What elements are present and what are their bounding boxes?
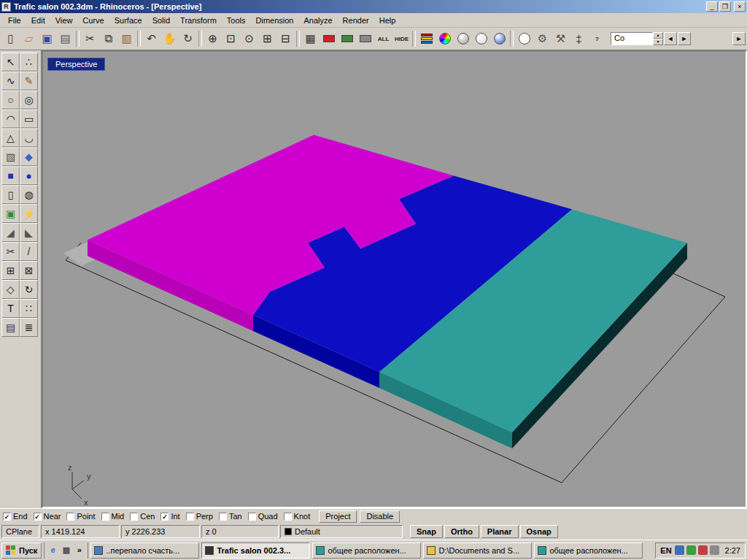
rectangle-button[interactable]: ▭ <box>20 109 38 128</box>
undo-button[interactable]: ↶ <box>142 30 160 48</box>
surface-button[interactable]: ▧ <box>1 147 20 166</box>
disable-button[interactable]: Disable <box>360 510 400 523</box>
osnap-quad-checkbox[interactable] <box>248 513 256 521</box>
close-button[interactable]: × <box>734 1 746 12</box>
open-button[interactable]: ▱ <box>20 30 38 48</box>
point-button[interactable]: ∴ <box>20 52 38 71</box>
toggle-ortho[interactable]: Ortho <box>444 525 479 538</box>
task-perepalo[interactable]: ..перепало счасть... <box>90 542 199 559</box>
osnap-knot-checkbox[interactable] <box>284 513 292 521</box>
zoom-selected-button[interactable]: ⊙ <box>240 30 258 48</box>
extrude-button[interactable]: ▣ <box>1 204 20 223</box>
menu-solid[interactable]: Solid <box>147 15 175 26</box>
toggle-snap[interactable]: Snap <box>410 525 443 538</box>
osnap-tan[interactable]: Tan <box>219 512 242 521</box>
task-obschee-1[interactable]: общее расположен... <box>312 542 421 559</box>
task-documents[interactable]: D:\Documents and S... <box>423 542 532 559</box>
render-preview-button[interactable] <box>320 30 338 48</box>
layers-dialog-button[interactable] <box>417 30 436 48</box>
osnap-perp-checkbox[interactable] <box>186 513 194 521</box>
osnap-near[interactable]: ✓Near <box>34 512 61 521</box>
box-solid-button[interactable]: ■ <box>1 166 20 185</box>
toggle-osnap[interactable]: Osnap <box>520 525 558 538</box>
ellipse-button[interactable]: ◎ <box>20 90 38 109</box>
osnap-perp[interactable]: Perp <box>186 512 213 521</box>
start-button[interactable]: Пуск <box>1 542 42 559</box>
tray-updater[interactable] <box>698 545 708 555</box>
osnap-quad[interactable]: Quad <box>248 512 278 521</box>
spin-up-button[interactable]: ▲ <box>653 32 663 39</box>
arc-button[interactable]: ◠ <box>1 109 20 128</box>
rotate-view-button[interactable]: ↻ <box>179 30 197 48</box>
tray-antivirus[interactable] <box>686 545 696 555</box>
sketch-pencil-button[interactable]: ✎ <box>20 71 38 90</box>
tray-display[interactable] <box>675 545 684 555</box>
zoom-previous-button[interactable]: ⊟ <box>276 30 295 48</box>
perspective-viewport[interactable]: Perspective zyx <box>42 50 747 508</box>
osnap-int[interactable]: ✓Int <box>160 512 179 521</box>
menu-tools[interactable]: Tools <box>222 15 251 26</box>
explode-button[interactable]: ⚡ <box>20 204 38 223</box>
transform-button[interactable]: ◇ <box>1 280 20 299</box>
polygon-button[interactable]: △ <box>1 128 20 147</box>
zoom-window-button[interactable]: ⊡ <box>222 30 240 48</box>
project-button[interactable]: Project <box>319 510 357 523</box>
new-button[interactable]: ▯ <box>1 30 20 48</box>
osnap-point-checkbox[interactable] <box>66 513 74 521</box>
paste-button[interactable]: ▥ <box>117 30 136 48</box>
split-button[interactable]: / <box>20 242 38 261</box>
save-button[interactable]: ▣ <box>38 30 56 48</box>
sphere-solid-button[interactable]: ● <box>20 166 38 185</box>
cut-button[interactable]: ✂ <box>81 30 99 48</box>
toolbar-overflow-button[interactable]: ► <box>732 32 746 45</box>
menu-view[interactable]: View <box>50 15 78 26</box>
layer-state-button[interactable] <box>338 30 356 48</box>
color-wheel-button[interactable] <box>436 30 454 48</box>
visibility-button[interactable] <box>356 30 374 48</box>
viewport-layout-button[interactable]: ▦ <box>301 30 320 48</box>
hatch-button[interactable]: ▤ <box>1 318 20 337</box>
fillet-button[interactable]: ◢ <box>1 223 20 242</box>
menu-edit[interactable]: Edit <box>26 15 50 26</box>
viewport-title-tab[interactable]: Perspective <box>47 58 105 71</box>
menu-transform[interactable]: Transform <box>175 15 222 26</box>
osnap-tan-checkbox[interactable] <box>219 513 227 521</box>
toggle-planar[interactable]: Planar <box>481 525 519 538</box>
render-scene-button[interactable] <box>490 30 508 48</box>
zoom-dynamic-button[interactable]: ⊕ <box>204 30 222 48</box>
osnap-end-checkbox[interactable]: ✓ <box>3 513 11 521</box>
quick-launch-chevron[interactable]: » <box>74 545 85 556</box>
zoom-extents-button[interactable]: ⊞ <box>258 30 276 48</box>
pointer-button[interactable]: ↖ <box>1 52 20 71</box>
measure-caliper-button[interactable]: ‡ <box>570 30 588 48</box>
osnap-mid-checkbox[interactable] <box>101 513 109 521</box>
osnap-knot[interactable]: Knot <box>284 512 311 521</box>
osnap-near-checkbox[interactable]: ✓ <box>34 513 42 521</box>
tools-hammer-button[interactable]: ⚒ <box>551 30 570 48</box>
loft-button[interactable]: ◆ <box>20 147 38 166</box>
menu-dimension[interactable]: Dimension <box>251 15 299 26</box>
task-rhino[interactable]: Trafic salon 002.3... <box>201 542 310 559</box>
torus-button[interactable]: ◍ <box>20 185 38 204</box>
array-button[interactable]: ⊞ <box>1 261 20 280</box>
menu-help[interactable]: Help <box>374 15 401 26</box>
options-gears-button[interactable]: ⚙ <box>533 30 551 48</box>
text-button[interactable]: T <box>1 299 20 318</box>
show-all-button[interactable]: ALL <box>374 30 392 48</box>
osnap-end[interactable]: ✓End <box>3 512 28 521</box>
menu-render[interactable]: Render <box>338 15 374 26</box>
osnap-point[interactable]: Point <box>66 512 95 521</box>
rotate-button[interactable]: ↻ <box>20 280 38 299</box>
restore-button[interactable]: ❐ <box>719 1 731 12</box>
shaded-viewport-button[interactable] <box>454 30 472 48</box>
hide-button[interactable]: HIDE <box>392 30 411 48</box>
layout-button[interactable]: ≣ <box>20 318 38 337</box>
osnap-cen[interactable]: Cen <box>130 512 155 521</box>
quicklaunch-desktop[interactable]: ▦ <box>61 545 71 556</box>
trim-button[interactable]: ✂ <box>1 242 20 261</box>
viewport-canvas[interactable]: zyx <box>43 52 746 507</box>
copy-button[interactable]: ⧉ <box>99 30 117 48</box>
light-button[interactable] <box>515 30 533 48</box>
nav-left-button[interactable]: ◄ <box>664 32 677 45</box>
minimize-button[interactable]: _ <box>706 1 718 12</box>
